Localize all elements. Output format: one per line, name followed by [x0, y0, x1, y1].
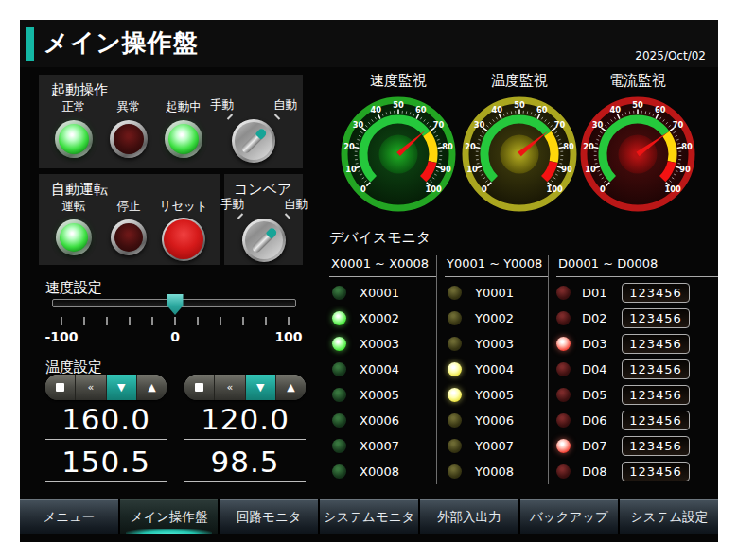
reset-button-face	[164, 219, 203, 259]
y-lamp-off	[448, 286, 462, 300]
svg-text:0: 0	[482, 184, 487, 194]
start-mode-switch-knob[interactable]	[232, 119, 275, 163]
svg-text:70: 70	[673, 120, 684, 130]
start-mode-switch-knob-face	[235, 122, 272, 160]
panel-auto-run-title: 自動運転	[51, 181, 108, 199]
lamp-error-face	[114, 124, 144, 154]
reset-label: リセット	[159, 199, 207, 215]
device-label: Y0006	[475, 413, 514, 428]
gauge-speed-dial: 0102030405060708090100	[341, 96, 456, 212]
temp-up-button-2[interactable]: ▲	[276, 375, 306, 400]
monitor-column-x-header: X0001 ~ X0008	[329, 255, 436, 277]
x-lamp-off	[332, 286, 346, 300]
tab-main-panel[interactable]: メイン操作盤	[120, 499, 219, 534]
x-lamp-off	[332, 413, 346, 428]
device-label: X0005	[360, 388, 399, 402]
device-value-box: 123456	[622, 334, 690, 354]
slider-tick-label: 0	[147, 329, 203, 344]
lamp-stop[interactable]	[111, 219, 147, 255]
device-label: D04	[582, 362, 614, 376]
panel-auto-run: 自動運転 運転停止リセット	[39, 174, 220, 265]
bottom-tab-bar: メニューメイン操作盤回路モニタシステムモニタ外部入出力バックアップシステム設定	[20, 499, 718, 534]
monitor-y-rows: Y0001Y0002Y0003Y0004Y0005Y0006Y0007Y0008	[445, 280, 548, 484]
x-lamp-on	[332, 337, 346, 351]
conveyor-mode-switch-knob[interactable]	[242, 219, 286, 262]
svg-text:10: 10	[585, 165, 596, 174]
svg-text:40: 40	[370, 105, 381, 114]
lamp-label-normal: 正常	[62, 99, 86, 115]
lamp-label-error: 異常	[117, 99, 141, 115]
device-label: X0008	[360, 464, 399, 479]
temp-stop-button-2[interactable]	[184, 375, 215, 400]
tab-menu[interactable]: メニュー	[20, 499, 118, 534]
svg-text:80: 80	[442, 142, 453, 151]
conveyor-mode-switch-pointer-tip	[265, 227, 277, 239]
svg-text:100: 100	[664, 184, 681, 194]
d-lamp-off	[556, 362, 571, 376]
device-label: Y0004	[475, 362, 514, 376]
monitor-row: D02123456	[556, 306, 718, 331]
tab-external-io[interactable]: 外部入出力	[420, 499, 518, 534]
speed-setting-label: 速度設定	[45, 279, 102, 297]
svg-text:20: 20	[465, 142, 476, 151]
device-label: D02	[582, 311, 614, 325]
device-label: X0007	[360, 439, 399, 453]
slider-tick	[174, 317, 176, 325]
temp-up-button-1[interactable]: ▲	[137, 375, 167, 400]
device-label: D07	[582, 439, 614, 453]
tab-circuit-monitor[interactable]: 回路モニタ	[220, 499, 318, 534]
slider-tick	[106, 317, 108, 325]
lamp-starting	[165, 120, 202, 158]
monitor-row: Y0002	[445, 306, 548, 331]
svg-text:90: 90	[679, 165, 691, 174]
tab-system-monitor[interactable]: システムモニタ	[320, 499, 418, 534]
monitor-column-d: D0001 ~ D0008D01123456D02123456D03123456…	[548, 255, 718, 484]
device-label: X0006	[360, 413, 399, 428]
auto-run-lamps: 運転停止リセット	[46, 199, 211, 261]
temp-rewind-button-2[interactable]: «	[215, 375, 245, 400]
gauge-current-title: 電流監視	[579, 72, 696, 90]
svg-text:30: 30	[353, 120, 364, 130]
tab-backup[interactable]: バックアップ	[520, 499, 619, 534]
monitor-column-d-header: D0001 ~ D0008	[556, 255, 718, 277]
slider-tick	[129, 317, 131, 325]
svg-text:40: 40	[609, 105, 621, 114]
device-label: D06	[582, 413, 614, 428]
temp-value-setpoint-2[interactable]: 120.0	[184, 402, 306, 440]
svg-text:50: 50	[393, 100, 404, 110]
lamp-run[interactable]	[56, 219, 92, 255]
monitor-column-y-header: Y0001 ~ Y0008	[445, 255, 548, 277]
conveyor-mode-switch-labels: 手動自動	[219, 197, 309, 213]
reset-block: リセット	[156, 199, 211, 261]
monitor-row: D08123456	[556, 459, 718, 484]
panel-conveyor: コンベア 手動自動	[224, 174, 303, 265]
speed-slider-thumb[interactable]	[167, 294, 184, 315]
monitor-row: Y0006	[445, 408, 548, 433]
reset-button[interactable]	[162, 218, 205, 261]
y-lamp-off	[448, 464, 462, 479]
svg-text:80: 80	[681, 142, 693, 151]
svg-text:100: 100	[425, 184, 442, 194]
x-lamp-on	[332, 311, 346, 325]
monitor-row: X0001	[329, 280, 436, 306]
d-lamp-off	[556, 413, 571, 428]
d-lamp-on	[556, 439, 571, 453]
device-value-box: 123456	[622, 359, 690, 379]
temp-value-process-2: 98.5	[184, 445, 306, 482]
temp-rewind-button-1[interactable]: «	[76, 375, 106, 400]
device-label: X0001	[360, 286, 399, 300]
monitor-row: Y0007	[445, 433, 548, 459]
monitor-row: Y0001	[445, 280, 548, 306]
temp-value-setpoint-1[interactable]: 160.0	[45, 402, 167, 440]
tab-system-settings[interactable]: システム設定	[620, 499, 718, 534]
device-monitor-title: デバイスモニタ	[329, 229, 718, 247]
monitor-column-y: Y0001 ~ Y0008Y0001Y0002Y0003Y0004Y0005Y0…	[436, 255, 548, 484]
svg-text:10: 10	[466, 165, 478, 174]
x-lamp-off	[332, 388, 346, 402]
temp-down-button-1[interactable]: ▼	[107, 375, 137, 400]
svg-text:50: 50	[514, 100, 525, 110]
temp-down-button-2[interactable]: ▼	[246, 375, 276, 400]
conveyor-mode-switch-knob-face	[245, 221, 283, 259]
d-lamp-off	[556, 464, 571, 479]
temp-stop-button-1[interactable]	[45, 375, 76, 400]
